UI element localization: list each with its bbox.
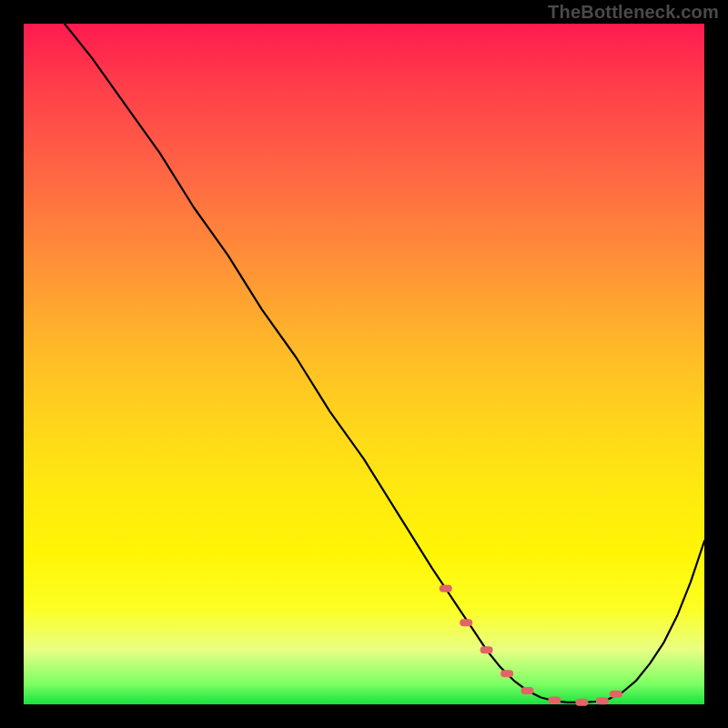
highlight-marker	[500, 670, 513, 677]
highlight-marker	[521, 687, 534, 694]
highlight-marker	[548, 697, 561, 704]
highlight-marker	[596, 697, 609, 704]
highlight-marker	[440, 585, 452, 592]
highlight-marker	[480, 646, 493, 653]
highlight-marker	[575, 699, 588, 706]
highlight-marker	[460, 619, 472, 626]
plot-area	[24, 24, 704, 704]
watermark-text: TheBottleneck.com	[548, 2, 719, 23]
highlight-markers	[440, 585, 622, 706]
chart-frame: TheBottleneck.com	[0, 0, 728, 728]
curve-svg	[24, 24, 704, 704]
highlight-marker	[610, 691, 622, 698]
bottleneck-curve-path	[65, 24, 704, 703]
